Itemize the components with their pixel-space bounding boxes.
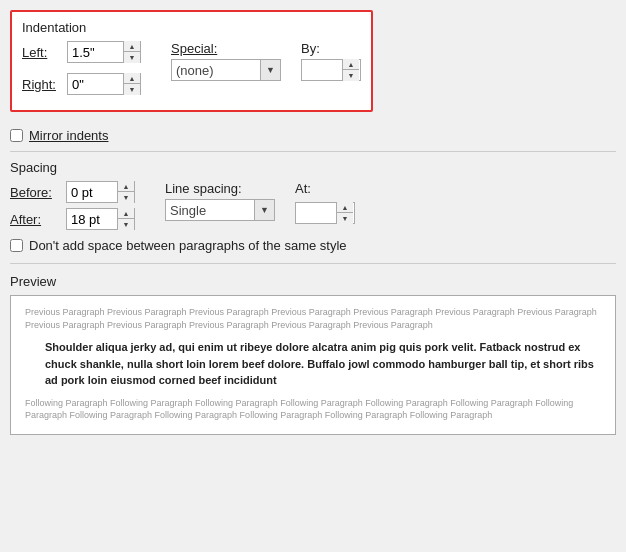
mirror-indents-checkbox[interactable] [10,129,23,142]
dont-add-space-label: Don't add space between paragraphs of th… [29,238,347,253]
at-spinners: ▲ ▼ [336,202,353,224]
spacing-after-field[interactable] [67,209,117,229]
by-up[interactable]: ▲ [343,59,359,70]
at-input[interactable]: ▲ ▼ [295,202,355,224]
divider-2 [10,263,616,264]
spacing-before-up[interactable]: ▲ [118,181,134,192]
line-spacing-dropdown[interactable]: Single ▼ [165,199,275,221]
spacing-after-input[interactable]: ▲ ▼ [66,208,135,230]
indent-right-up[interactable]: ▲ [124,73,140,84]
spacing-section: Spacing Before: ▲ ▼ After: ▲ [10,160,616,253]
preview-main-paragraph: Shoulder aliqua jerky ad, qui enim ut ri… [45,339,601,389]
indent-left-up[interactable]: ▲ [124,41,140,52]
spacing-left-group: Before: ▲ ▼ After: ▲ ▼ [10,181,135,230]
indent-left-down[interactable]: ▼ [124,52,140,63]
indent-left-right-group: Left: ▲ ▼ Right: ▲ ▼ [22,41,141,100]
indent-right-row: Right: ▲ ▼ [22,73,141,95]
line-spacing-label: Line spacing: [165,181,275,196]
spacing-before-row: Before: ▲ ▼ [10,181,135,203]
indentation-section: Indentation Left: ▲ ▼ Right: ▲ [10,10,373,112]
indent-left-input[interactable]: ▲ ▼ [67,41,141,63]
indent-right-down[interactable]: ▼ [124,84,140,95]
spacing-after-down[interactable]: ▼ [118,219,134,230]
spacing-after-row: After: ▲ ▼ [10,208,135,230]
line-spacing-arrow-icon[interactable]: ▼ [254,200,274,220]
special-by-group: Special: (none) ▼ By: ▲ ▼ [171,41,361,81]
indentation-title: Indentation [22,20,361,35]
by-input[interactable]: ▲ ▼ [301,59,361,81]
divider-1 [10,151,616,152]
indent-right-spinners: ▲ ▼ [123,73,140,95]
spacing-after-spinners: ▲ ▼ [117,208,134,230]
spacing-before-input[interactable]: ▲ ▼ [66,181,135,203]
by-spinners: ▲ ▼ [342,59,359,81]
special-group: Special: (none) ▼ [171,41,281,81]
preview-section: Preview Previous Paragraph Previous Para… [10,274,616,435]
at-down[interactable]: ▼ [337,213,353,224]
at-label: At: [295,181,355,196]
by-field[interactable] [302,60,342,80]
spacing-rows: Before: ▲ ▼ After: ▲ ▼ [10,181,616,230]
indent-right-input[interactable]: ▲ ▼ [67,73,141,95]
indent-left-field[interactable] [68,42,123,62]
spacing-before-spinners: ▲ ▼ [117,181,134,203]
dont-add-space-row: Don't add space between paragraphs of th… [10,238,616,253]
at-up[interactable]: ▲ [337,202,353,213]
special-dropdown[interactable]: (none) ▼ [171,59,281,81]
preview-previous-paragraph: Previous Paragraph Previous Paragraph Pr… [25,306,601,331]
at-col: At: ▲ ▼ [295,181,355,224]
spacing-after-label: After: [10,212,60,227]
special-label: Special: [171,41,281,56]
preview-box: Previous Paragraph Previous Paragraph Pr… [10,295,616,435]
indent-left-row: Left: ▲ ▼ [22,41,141,63]
indent-left-label: Left: [22,45,67,60]
spacing-before-down[interactable]: ▼ [118,192,134,203]
mirror-indents-row: Mirror indents [10,128,616,143]
spacing-title: Spacing [10,160,616,175]
indent-right-label: Right: [22,77,67,92]
line-spacing-col: Line spacing: Single ▼ [165,181,275,221]
by-group: By: ▲ ▼ [301,41,361,81]
by-down[interactable]: ▼ [343,70,359,81]
at-field[interactable] [296,203,336,223]
spacing-before-field[interactable] [67,182,117,202]
preview-title: Preview [10,274,616,289]
spacing-after-up[interactable]: ▲ [118,208,134,219]
line-spacing-value: Single [166,203,254,218]
indent-left-spinners: ▲ ▼ [123,41,140,63]
mirror-indents-label: Mirror indents [29,128,108,143]
line-spacing-group: Line spacing: Single ▼ At: ▲ ▼ [165,181,355,224]
dont-add-space-checkbox[interactable] [10,239,23,252]
by-label: By: [301,41,361,56]
spacing-before-label: Before: [10,185,60,200]
preview-following-paragraph: Following Paragraph Following Paragraph … [25,397,601,422]
special-arrow-icon[interactable]: ▼ [260,60,280,80]
indent-right-field[interactable] [68,74,123,94]
special-value: (none) [172,63,260,78]
